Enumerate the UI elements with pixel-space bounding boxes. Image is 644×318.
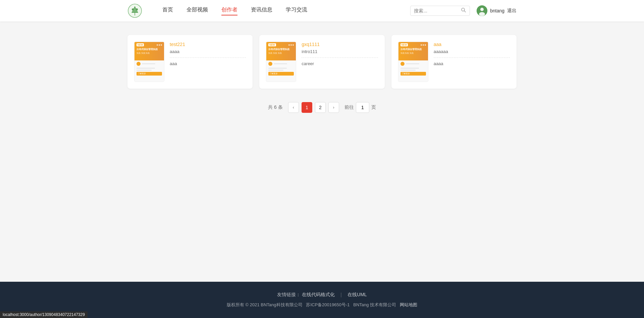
author-desc-1: intro111 [302, 49, 378, 54]
user-name: bntang [490, 8, 504, 13]
pagination: 共 6 条 ‹ 1 2 › 前往 页 [127, 102, 517, 113]
footer-separator: ｜ [339, 292, 343, 297]
user-area: bntang 退出 [477, 5, 517, 16]
footer-company: BNTang 技术有限公司 [353, 302, 396, 307]
nav-author[interactable]: 创作者 [221, 6, 237, 15]
status-bar: localhost:3000/author/130904834072214732… [0, 311, 88, 318]
search-button[interactable] [461, 7, 466, 14]
author-career-1: career [302, 61, 378, 66]
footer-copyright: 版权所有 © 2021 BNTang科技有限公司 苏ICP备20019650号-… [7, 302, 637, 308]
footer-link-code[interactable]: 在线代码格式化 [302, 292, 335, 297]
author-info-2: aaa aaaaaa aaaa [434, 42, 510, 66]
author-thumbnail-1: NEW 分布式综合管理实战 实战 实战 实战 [266, 42, 296, 82]
footer-links: 友情链接： 在线代码格式化 ｜ 在线UML [7, 292, 637, 298]
author-info-1: gxq1111 intro111 career [302, 42, 378, 66]
author-career-2: aaaa [434, 61, 510, 66]
footer-icp: 苏ICP备20019650号-1 [306, 302, 350, 307]
author-desc-2: aaaaaa [434, 49, 510, 54]
author-name-2: aaa [434, 42, 510, 47]
footer-link-uml[interactable]: 在线UML [347, 292, 367, 297]
author-cards-grid: NEW 分布式综合管理实战 实战 实战 实战 [127, 35, 517, 89]
svg-rect-1 [135, 13, 135, 15]
author-desc-0: aaaa [170, 49, 246, 54]
main-nav: 首页 全部视频 创作者 资讯信息 学习交流 [162, 6, 404, 15]
author-card-0[interactable]: NEW 分布式综合管理实战 实战 实战 实战 [127, 35, 253, 89]
nav-home[interactable]: 首页 [162, 6, 173, 15]
header: 首页 全部视频 创作者 资讯信息 学习交流 [0, 0, 644, 21]
pagination-next[interactable]: › [328, 102, 339, 113]
author-thumbnail-2: NEW 分布式综合管理实战 实战 实战 实战 [398, 42, 428, 82]
footer: 友情链接： 在线代码格式化 ｜ 在线UML 版权所有 © 2021 BNTang… [0, 282, 644, 318]
svg-line-7 [464, 11, 466, 12]
card-divider-1 [302, 57, 378, 58]
logout-button[interactable]: 退出 [507, 8, 517, 14]
pagination-page-1[interactable]: 1 [302, 102, 312, 113]
svg-point-4 [132, 8, 134, 10]
search-area [410, 6, 470, 16]
goto-area: 前往 页 [344, 102, 376, 113]
avatar [477, 5, 487, 16]
author-card-2[interactable]: NEW 分布式综合管理实战 实战 实战 实战 [391, 35, 517, 89]
author-name-0: test221 [170, 42, 246, 47]
footer-sitemap[interactable]: 网站地图 [400, 302, 417, 307]
search-input[interactable] [414, 8, 461, 13]
nav-videos[interactable]: 全部视频 [186, 6, 208, 15]
main-content: NEW 分布式综合管理实战 实战 实战 实战 [0, 21, 644, 282]
author-name-1: gxq1111 [302, 42, 378, 47]
svg-point-9 [480, 8, 484, 11]
logo[interactable] [127, 3, 142, 18]
author-card-1[interactable]: NEW 分布式综合管理实战 实战 实战 实战 [259, 35, 384, 89]
author-thumbnail-0: NEW 分布式综合管理实战 实战 实战 实战 [134, 42, 164, 82]
nav-study[interactable]: 学习交流 [286, 6, 307, 15]
svg-point-10 [479, 12, 485, 16]
svg-point-5 [136, 8, 138, 10]
pagination-page-2[interactable]: 2 [315, 102, 326, 113]
nav-news[interactable]: 资讯信息 [251, 6, 272, 15]
pagination-prev[interactable]: ‹ [288, 102, 299, 113]
card-divider-0 [170, 57, 246, 58]
goto-suffix: 页 [371, 104, 376, 110]
pagination-total: 共 6 条 [268, 104, 283, 110]
goto-prefix: 前往 [344, 104, 354, 110]
card-divider-2 [434, 57, 510, 58]
author-info-0: test221 aaaa aaa [170, 42, 246, 66]
goto-input[interactable] [356, 102, 369, 113]
author-career-0: aaa [170, 61, 246, 66]
friendly-links-label: 友情链接： [277, 292, 301, 297]
